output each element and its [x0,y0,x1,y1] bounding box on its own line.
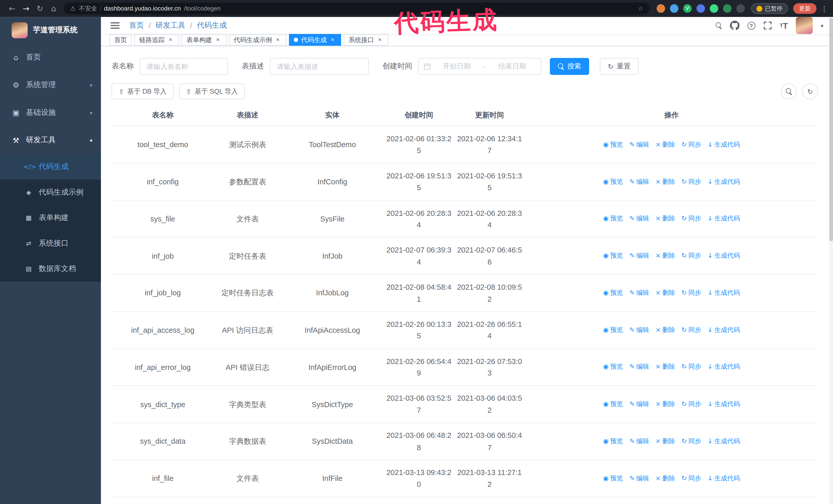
reset-button[interactable]: ↻ 重置 [600,58,639,75]
close-icon[interactable]: × [329,36,336,44]
browser-extension-icon-people[interactable] [696,4,705,13]
scrollbar-thumb[interactable] [829,18,833,241]
preview-link[interactable]: ◉ 预览 [603,436,623,447]
browser-extension-icon-leaf[interactable] [723,4,732,13]
tab[interactable]: 链路追踪 × [134,34,179,46]
tab[interactable]: 首页 [110,34,132,46]
browser-extension-icon-grid[interactable] [710,4,718,13]
delete-link[interactable]: × 删除 [656,473,675,483]
import-sql-button[interactable]: ⇧ 基于 SQL 导入 [179,83,245,99]
edit-link[interactable]: ✎ 编辑 [629,214,649,224]
preview-link[interactable]: ◉ 预览 [603,251,623,261]
sync-link[interactable]: ↻ 同步 [682,362,701,373]
delete-link[interactable]: × 删除 [656,140,675,150]
preview-link[interactable]: ◉ 预览 [603,140,623,150]
sidebar-item-form-builder[interactable]: ▦ 表单构建 [0,205,101,231]
sync-link[interactable]: ↻ 同步 [682,251,701,261]
forward-icon[interactable]: → [19,4,33,13]
refresh-table-button[interactable]: ↻ [802,83,818,99]
preview-link[interactable]: ◉ 预览 [603,288,623,298]
browser-update-button[interactable]: 更新 [793,3,816,14]
close-icon[interactable]: × [376,36,383,44]
generate-code-link[interactable]: ↓ 生成代码 [708,399,740,409]
preview-link[interactable]: ◉ 预览 [603,362,623,373]
edit-link[interactable]: ✎ 编辑 [629,473,649,483]
app-logo[interactable]: 芋道管理系统 [0,17,101,44]
sidebar-item-home[interactable]: ⌂ 首页 ▾ [0,44,101,71]
browser-extension-icon-dark[interactable] [736,4,745,13]
edit-link[interactable]: ✎ 编辑 [629,325,649,335]
browser-extension-icon-blue-drop[interactable] [670,4,679,13]
table-name-input[interactable] [140,58,228,75]
tab[interactable]: 代码生成 × [289,34,341,46]
generate-code-link[interactable]: ↓ 生成代码 [708,140,740,150]
fullscreen-icon[interactable] [763,21,772,30]
generate-code-link[interactable]: ↓ 生成代码 [708,177,740,187]
sidebar-item-codegen-example[interactable]: ◈ 代码生成示例 [0,180,101,205]
hamburger-icon[interactable] [111,22,119,29]
close-icon[interactable]: × [214,36,221,44]
sync-link[interactable]: ↻ 同步 [682,177,701,187]
sidebar-item-system[interactable]: ⚙ 系统管理 ▾ [0,71,101,99]
browser-extension-icon-green-v[interactable]: V [683,4,691,13]
sync-link[interactable]: ↻ 同步 [682,399,701,409]
toggle-search-button[interactable] [781,83,797,99]
sync-link[interactable]: ↻ 同步 [682,288,701,298]
close-icon[interactable]: × [167,36,174,44]
generate-code-link[interactable]: ↓ 生成代码 [708,362,740,373]
delete-link[interactable]: × 删除 [656,214,675,224]
star-icon[interactable]: ☆ [638,5,643,12]
generate-code-link[interactable]: ↓ 生成代码 [708,288,740,298]
help-icon[interactable]: ? [747,22,755,29]
delete-link[interactable]: × 删除 [656,177,675,187]
generate-code-link[interactable]: ↓ 生成代码 [708,251,740,261]
sync-link[interactable]: ↻ 同步 [682,214,701,224]
sidebar-item-codegen[interactable]: </> 代码生成 [0,154,101,179]
delete-link[interactable]: × 删除 [656,325,675,335]
edit-link[interactable]: ✎ 编辑 [629,399,649,409]
breadcrumb-devtools[interactable]: 研发工具 [156,21,185,30]
sidebar-item-db-doc[interactable]: ▤ 数据库文档 [0,256,101,282]
tab[interactable]: 表单构建 × [182,34,226,46]
delete-link[interactable]: × 删除 [656,436,675,447]
search-icon[interactable] [715,22,722,29]
user-avatar[interactable] [796,17,813,34]
preview-link[interactable]: ◉ 预览 [603,325,623,335]
preview-link[interactable]: ◉ 预览 [603,177,623,187]
sync-link[interactable]: ↻ 同步 [682,140,701,150]
table-desc-input[interactable] [270,58,369,75]
preview-link[interactable]: ◉ 预览 [603,399,623,409]
generate-code-link[interactable]: ↓ 生成代码 [708,436,740,447]
edit-link[interactable]: ✎ 编辑 [629,436,649,447]
close-icon[interactable]: × [274,36,282,44]
font-size-icon[interactable]: TT [780,22,788,29]
refresh-icon[interactable]: ↻ [33,4,47,13]
generate-code-link[interactable]: ↓ 生成代码 [708,325,740,335]
sync-link[interactable]: ↻ 同步 [682,325,701,335]
sidebar-item-devtools[interactable]: ⚒ 研发工具 ▾ [0,126,101,154]
sync-link[interactable]: ↻ 同步 [682,473,701,483]
preview-link[interactable]: ◉ 预览 [603,473,623,483]
sidebar-item-infra[interactable]: ▣ 基础设施 ▾ [0,99,101,127]
paused-badge[interactable]: 已暂停 [751,3,788,14]
sync-link[interactable]: ↻ 同步 [682,436,701,447]
delete-link[interactable]: × 删除 [656,362,675,373]
browser-extension-icon-orange[interactable] [657,4,665,13]
delete-link[interactable]: × 删除 [656,399,675,409]
edit-link[interactable]: ✎ 编辑 [629,140,649,150]
edit-link[interactable]: ✎ 编辑 [629,177,649,187]
tab[interactable]: 系统接口 × [344,34,388,46]
generate-code-link[interactable]: ↓ 生成代码 [708,214,740,224]
caret-down-icon[interactable]: ▾ [821,23,823,28]
github-icon[interactable] [730,21,739,30]
sidebar-item-api[interactable]: ⇄ 系统接口 [0,231,101,256]
delete-link[interactable]: × 删除 [656,251,675,261]
import-db-button[interactable]: ⇧ 基于 DB 导入 [112,83,173,99]
search-button[interactable]: 搜索 [550,58,589,75]
address-bar[interactable]: ⚠ 不安全 dashboard.yudao.iocoder.cn /tool/c… [64,3,650,14]
delete-link[interactable]: × 删除 [656,288,675,298]
scrollbar[interactable] [829,17,833,504]
preview-link[interactable]: ◉ 预览 [603,214,623,224]
breadcrumb-home[interactable]: 首页 [129,21,144,30]
generate-code-link[interactable]: ↓ 生成代码 [708,473,740,483]
